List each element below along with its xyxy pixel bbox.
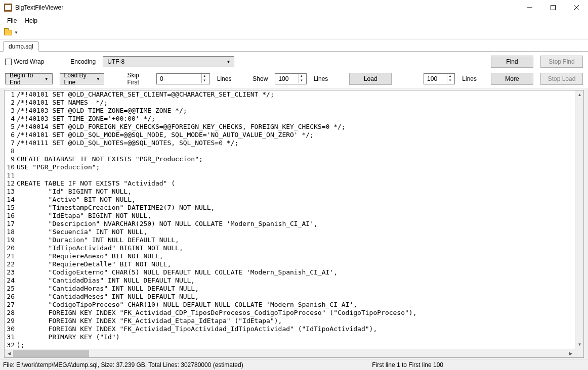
tab-dump-sql[interactable]: dump.sql [3,41,39,52]
chevron-down-icon: ▼ [225,60,232,64]
code-line[interactable]: 30 FOREIGN KEY INDEX "FK_Actividad_TipoA… [5,325,575,333]
code-line[interactable]: 25 "CantidadHoras" INT NULL DEFAULT NULL… [5,285,575,293]
code-line[interactable]: 26 "CantidadMeses" INT NULL DEFAULT NULL… [5,293,575,301]
code-line[interactable]: 5/*!40014 SET @OLD_FOREIGN_KEY_CHECKS=@@… [5,123,575,131]
line-number: 26 [5,293,17,301]
line-text [17,147,575,155]
skip-first-input[interactable]: ▲▼ [156,73,210,84]
scroll-up-icon[interactable]: ▲ [575,90,583,99]
line-number: 17 [5,220,17,228]
code-line[interactable]: 16 "IdEtapa" BIGINT NOT NULL, [5,212,575,220]
encoding-value: UTF-8 [105,58,225,65]
code-line[interactable]: 19 "Duracion" INT NULL DEFAULT NULL, [5,236,575,244]
scroll-right-icon[interactable]: ▶ [566,349,575,358]
code-line[interactable]: 3/*!40103 SET @OLD_TIME_ZONE=@@TIME_ZONE… [5,107,575,115]
menu-file[interactable]: File [3,16,21,25]
line-text: /*!40101 SET @OLD_SQL_MODE=@@SQL_MODE, S… [17,131,575,139]
word-wrap-checkbox[interactable]: Word Wrap [5,58,44,65]
line-number: 23 [5,268,17,276]
stop-find-button[interactable]: Stop Find [540,56,583,68]
code-line[interactable]: 21 "RequiereAnexo" BIT NOT NULL, [5,252,575,260]
scroll-thumb[interactable] [13,350,89,357]
maximize-button[interactable] [541,0,565,15]
encoding-label: Encoding [70,58,96,65]
show-label: Show [253,75,268,82]
code-line[interactable]: 4/*!40103 SET TIME_ZONE='+00:00' */; [5,115,575,123]
line-text: /*!40103 SET TIME_ZONE='+00:00' */; [17,115,575,123]
code-area[interactable]: 1/*!40101 SET @OLD_CHARACTER_SET_CLIENT=… [5,90,575,349]
line-number: 8 [5,147,17,155]
line-text: FOREIGN KEY INDEX "FK_Actividad_Etapa_Id… [17,317,575,325]
chevron-down-icon: ▼ [43,77,50,81]
code-line[interactable]: 31 PRIMARY KEY ("Id") [5,333,575,341]
spinner-icon[interactable]: ▲▼ [447,74,452,83]
line-text: "Id" BIGINT NOT NULL, [17,188,575,196]
line-text: "RequiereAnexo" BIT NOT NULL, [17,252,575,260]
line-number: 4 [5,115,17,123]
menu-help[interactable]: Help [21,16,41,25]
code-line[interactable]: 17 "Descripcion" NVARCHAR(250) NOT NULL … [5,220,575,228]
scroll-down-icon[interactable]: ▼ [575,340,583,349]
line-number: 24 [5,276,17,285]
open-dropdown-icon[interactable]: ▼ [14,30,18,35]
show-value[interactable] [277,75,298,83]
code-line[interactable]: 14 "Activo" BIT NOT NULL, [5,196,575,204]
code-line[interactable]: 20 "IdTipoActividad" BIGINT NOT NULL, [5,244,575,252]
code-line[interactable]: 2/*!40101 SET NAMES */; [5,99,575,107]
code-line[interactable]: 24 "CantidadDias" INT NULL DEFAULT NULL, [5,276,575,285]
line-number: 10 [5,163,17,171]
line-number: 25 [5,285,17,293]
code-line[interactable]: 12CREATE TABLE IF NOT EXISTS "Actividad"… [5,179,575,188]
vertical-scrollbar[interactable]: ▲ ▼ [575,90,583,349]
code-line[interactable]: 28 FOREIGN KEY INDEX "FK_Actividad_CDP_T… [5,309,575,317]
find-button[interactable]: Find [491,56,533,68]
code-line[interactable]: 23 "CodigoExterno" CHAR(5) NULL DEFAULT … [5,268,575,276]
line-number: 7 [5,139,17,147]
code-line[interactable]: 32); [5,341,575,349]
code-line[interactable]: 9CREATE DATABASE IF NOT EXISTS "PGR_Prod… [5,155,575,163]
load-mode-value: Load By Line [62,72,95,86]
code-line[interactable]: 18 "Secuencia" INT NOT NULL, [5,228,575,236]
code-line[interactable]: 29 FOREIGN KEY INDEX "FK_Actividad_Etapa… [5,317,575,325]
code-line[interactable]: 7/*!40111 SET @OLD_SQL_NOTES=@@SQL_NOTES… [5,139,575,147]
code-line[interactable]: 15 "TimestampCreacion" DATETIME2(7) NOT … [5,204,575,212]
code-line[interactable]: 10USE "PGR_Produccion"; [5,163,575,171]
title-bar: BigTextFileViewer [0,0,588,15]
direction-select[interactable]: Begin To End ▼ [5,73,53,84]
code-line[interactable]: 27 "CodigoTipoProceso" CHAR(10) NULL DEF… [5,301,575,309]
more-button[interactable]: More [491,73,533,85]
spinner-icon[interactable]: ▲▼ [299,74,304,83]
line-number: 15 [5,204,17,212]
text-viewer: 1/*!40101 SET @OLD_CHARACTER_SET_CLIENT=… [4,90,584,358]
line-number: 16 [5,212,17,220]
horizontal-scrollbar[interactable]: ◀ ▶ [5,349,583,357]
line-text: /*!40111 SET @OLD_SQL_NOTES=@@SQL_NOTES,… [17,139,575,147]
direction-value: Begin To End [8,72,43,86]
skip-first-value[interactable] [159,75,201,83]
page-input[interactable]: ▲▼ [424,73,455,84]
line-number: 6 [5,131,17,139]
code-line[interactable]: 13 "Id" BIGINT NOT NULL, [5,188,575,196]
encoding-select[interactable]: UTF-8 ▼ [103,56,234,67]
scroll-left-icon[interactable]: ◀ [5,349,13,358]
open-file-button[interactable] [3,28,13,37]
line-number: 31 [5,333,17,341]
scroll-corner [575,349,583,358]
minimize-button[interactable] [518,0,541,15]
code-line[interactable]: 11 [5,171,575,179]
code-line[interactable]: 1/*!40101 SET @OLD_CHARACTER_SET_CLIENT=… [5,90,575,99]
load-button[interactable]: Load [349,73,392,85]
page-value[interactable] [426,75,447,83]
stop-load-button[interactable]: Stop Load [540,73,583,85]
skip-first-label: Skip First [127,72,149,86]
line-number: 18 [5,228,17,236]
code-line[interactable]: 22 "RequiereDetalle" BIT NOT NULL, [5,260,575,268]
spinner-icon[interactable]: ▲▼ [201,74,207,83]
window-title: BigTextFileViewer [15,4,63,11]
show-input[interactable]: ▲▼ [275,73,306,84]
load-mode-select[interactable]: Load By Line ▼ [60,73,104,84]
line-number: 14 [5,196,17,204]
close-button[interactable] [565,0,588,15]
code-line[interactable]: 6/*!40101 SET @OLD_SQL_MODE=@@SQL_MODE, … [5,131,575,139]
code-line[interactable]: 8 [5,147,575,155]
